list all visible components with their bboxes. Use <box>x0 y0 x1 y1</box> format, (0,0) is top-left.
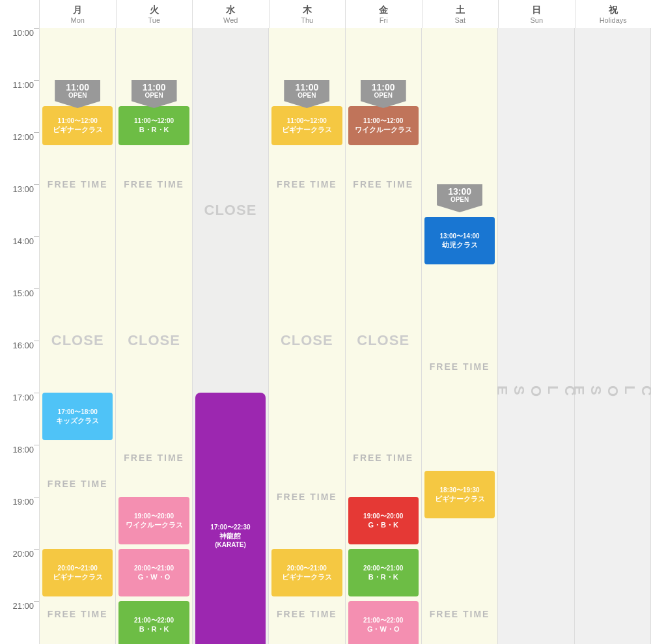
tue-free-time-1: FREE TIME <box>116 171 191 197</box>
thu-close-1: CLOSE <box>269 288 344 393</box>
col-wed: CLOSE 17:00〜22:30 神龍館 (KARATE) <box>192 28 268 644</box>
sun-close-vertical: CLOSE <box>498 28 574 644</box>
hol-close-vertical: CLOSE <box>575 28 650 644</box>
fri-brk-2000: 20:00〜21:00 B・R・K <box>348 549 419 596</box>
time-1600: 16:00 <box>0 341 39 393</box>
time-1200: 12:00 <box>0 132 39 184</box>
mon-free-time-1: FREE TIME <box>40 171 115 197</box>
mon-kids-1700: 17:00〜18:00 キッズクラス <box>42 393 113 440</box>
wed-karate-1700: 17:00〜22:30 神龍館 (KARATE) <box>195 393 266 644</box>
header-tue: 火 Tue <box>116 0 193 28</box>
mon-beginner-1100: 11:00〜12:00 ビギナークラス <box>42 106 113 145</box>
tue-brk-2100: 21:00〜22:00 B・R・K <box>118 601 189 644</box>
header-holidays: 祝 Holidays <box>575 0 652 28</box>
time-1800: 18:00 <box>0 445 39 497</box>
mon-beginner-2000: 20:00〜21:00 ビギナークラス <box>42 549 113 596</box>
columns-area: 11:00 OPEN 11:00〜12:00 ビギナークラス FREE TIME… <box>39 28 651 644</box>
time-1900: 19:00 <box>0 497 39 549</box>
tue-gwo-2000: 20:00〜21:00 G・W・O <box>118 549 189 596</box>
tue-free-time-2: FREE TIME <box>116 445 191 471</box>
col-thu: 11:00 OPEN 11:00〜12:00 ビギナークラス FREE TIME… <box>268 28 344 644</box>
time-column: 10:00 11:00 12:00 13:00 14:00 15:00 16:0… <box>0 28 39 644</box>
time-2000: 20:00 <box>0 549 39 601</box>
time-1300: 13:00 <box>0 184 39 236</box>
header-mon: 月 Mon <box>39 0 116 28</box>
thu-open-badge: 11:00 OPEN <box>284 80 329 108</box>
grid-body: 10:00 11:00 12:00 13:00 14:00 15:00 16:0… <box>0 28 651 644</box>
sat-beginner-1830: 18:30〜19:30 ビギナークラス <box>424 471 495 518</box>
mon-close-1: CLOSE <box>40 288 115 393</box>
time-1100: 11:00 <box>0 80 39 132</box>
time-2100: 21:00 <box>0 601 39 644</box>
fri-gwo-2100: 21:00〜22:00 G・W・O <box>348 601 419 644</box>
fri-close-1: CLOSE <box>346 288 421 393</box>
wed-close-top: CLOSE <box>193 28 268 393</box>
time-1400: 14:00 <box>0 236 39 288</box>
fri-free-time-2: FREE TIME <box>346 445 421 471</box>
mon-free-time-2: FREE TIME <box>40 471 115 497</box>
col-tue: 11:00 OPEN 11:00〜12:00 B・R・K FREE TIME C… <box>115 28 191 644</box>
tue-open-badge: 11:00 OPEN <box>132 80 177 108</box>
mon-free-time-3: FREE TIME <box>40 601 115 627</box>
col-sun: CLOSE <box>497 28 574 644</box>
col-fri: 11:00 OPEN 11:00〜12:00 ワイクルークラス FREE TIM… <box>345 28 421 644</box>
thu-free-time-1: FREE TIME <box>269 171 344 197</box>
fri-open-badge: 11:00 OPEN <box>361 80 406 108</box>
header-sun: 日 Sun <box>498 0 575 28</box>
thu-free-time-3: FREE TIME <box>269 601 344 627</box>
sat-open-badge: 13:00 OPEN <box>437 184 482 212</box>
col-mon: 11:00 OPEN 11:00〜12:00 ビギナークラス FREE TIME… <box>39 28 115 644</box>
fri-waikru-1100: 11:00〜12:00 ワイクルークラス <box>348 106 419 145</box>
header-wed: 水 Wed <box>192 0 269 28</box>
thu-free-time-2: FREE TIME <box>269 484 344 510</box>
time-1700: 17:00 <box>0 393 39 445</box>
fri-gbk-1900: 19:00〜20:00 G・B・K <box>348 497 419 544</box>
schedule-wrapper: 月 Mon 火 Tue 水 Wed 木 Thu 金 Fri 土 Sat 日 Su… <box>0 0 651 644</box>
time-1000: 10:00 <box>0 28 39 80</box>
tue-waikru-1900: 19:00〜20:00 ワイクルークラス <box>118 497 189 544</box>
header-sat: 土 Sat <box>422 0 499 28</box>
fri-free-time-1: FREE TIME <box>346 171 421 197</box>
sat-free-time-1: FREE TIME <box>422 354 497 380</box>
header-fri: 金 Fri <box>345 0 422 28</box>
time-1500: 15:00 <box>0 288 39 341</box>
header-thu: 木 Thu <box>269 0 346 28</box>
thu-beginner-1100: 11:00〜12:00 ビギナークラス <box>271 106 342 145</box>
sat-free-time-2: FREE TIME <box>422 601 497 627</box>
col-sat: 13:00 OPEN 13:00〜14:00 幼児クラス FREE TIME 1… <box>421 28 497 644</box>
thu-beginner-2000: 20:00〜21:00 ビギナークラス <box>271 549 342 596</box>
tue-brk-1100: 11:00〜12:00 B・R・K <box>118 106 189 145</box>
sat-yoji-1300: 13:00〜14:00 幼児クラス <box>424 217 495 264</box>
mon-open-badge: 11:00 OPEN <box>55 80 100 108</box>
col-hol: CLOSE <box>574 28 651 644</box>
tue-close-1: CLOSE <box>116 288 191 393</box>
header-row: 月 Mon 火 Tue 水 Wed 木 Thu 金 Fri 土 Sat 日 Su… <box>0 0 651 28</box>
